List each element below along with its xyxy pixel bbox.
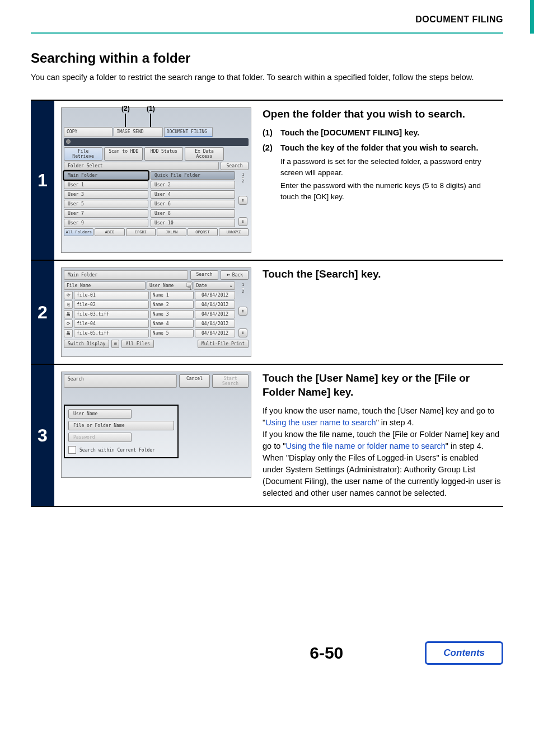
- switch-display-button[interactable]: Switch Display: [64, 340, 109, 348]
- intro-paragraph: You can specify a folder to restrict the…: [31, 72, 503, 83]
- step-1-text: Open the folder that you wish to search.…: [263, 107, 503, 253]
- folder-user-1[interactable]: User 1: [64, 181, 148, 189]
- step-3-title: Touch the [User Name] key or the [File o…: [263, 372, 501, 399]
- file-date-cell: 04/04/2012: [195, 320, 235, 328]
- scroll-down-button[interactable]: ⬇: [238, 217, 247, 226]
- file-user-cell: Name 4: [150, 320, 194, 328]
- filter-abcd[interactable]: ABCD: [95, 228, 124, 236]
- col-date[interactable]: Date▴: [194, 281, 235, 290]
- file-date-cell: 04/04/2012: [195, 310, 235, 318]
- folder-user-6[interactable]: User 6: [151, 200, 235, 208]
- folder-user-10[interactable]: User 10: [151, 219, 235, 227]
- tab-document-filing[interactable]: DOCUMENT FILING: [164, 127, 213, 137]
- file-name-cell: file-05.tiff: [74, 329, 149, 337]
- step-3-screenshot: Search Cancel Start Search User Name Fil…: [61, 372, 251, 478]
- file-row[interactable]: 🖶file-03.tiffName 304/04/2012: [64, 310, 235, 318]
- scroll-up-button-2[interactable]: ⬆: [238, 307, 247, 316]
- folder-user-8[interactable]: User 8: [151, 209, 235, 218]
- start-search-button[interactable]: Start Search: [212, 374, 249, 388]
- folder-user-9[interactable]: User 9: [64, 219, 148, 227]
- page-indicator: 12: [242, 172, 244, 184]
- file-name-cell: file-04: [74, 320, 149, 328]
- step-3: 3 Search Cancel Start Search User Name F…: [31, 364, 503, 507]
- page-indicator-2: 12: [242, 283, 244, 294]
- back-button[interactable]: 🠨Back: [221, 270, 249, 280]
- cancel-button[interactable]: Cancel: [179, 374, 210, 388]
- col-file-name[interactable]: File Name: [64, 281, 146, 290]
- file-retrieve-button[interactable]: File Retrieve: [64, 147, 102, 161]
- header-title: DOCUMENT FILING: [31, 15, 503, 25]
- step-3-para-2: If you know the file name, touch the [Fi…: [263, 429, 501, 452]
- file-type-icon: 🖶: [64, 310, 73, 318]
- file-row[interactable]: 🖶file-05.tiffName 504/04/2012: [64, 329, 235, 337]
- password-button[interactable]: Password: [68, 433, 132, 442]
- file-type-icon: ⟳: [64, 320, 73, 328]
- search-current-folder-checkbox[interactable]: [68, 446, 76, 454]
- multi-file-print-button[interactable]: Multi-File Print: [198, 340, 249, 348]
- main-folder-title: Main Folder: [64, 270, 188, 280]
- search-button[interactable]: Search: [221, 162, 249, 170]
- user-name-button[interactable]: User Name: [68, 409, 132, 419]
- status-bar: [64, 138, 249, 146]
- page-header: DOCUMENT FILING: [0, 0, 534, 29]
- callout-2: (2): [121, 105, 130, 112]
- folder-user-4[interactable]: User 4: [151, 190, 235, 199]
- step-3-para-1: If you know the user name, touch the [Us…: [263, 405, 501, 429]
- file-type-icon: ⟳: [64, 291, 73, 299]
- page-number: 6-50: [228, 644, 425, 663]
- file-date-cell: 04/04/2012: [195, 300, 235, 309]
- link-file-name-search[interactable]: Using the file name or folder name to se…: [285, 442, 445, 450]
- callout-1-line: [150, 114, 151, 127]
- step-3-number: 3: [31, 365, 54, 506]
- folder-user-2[interactable]: User 2: [151, 181, 235, 189]
- file-row[interactable]: ⎘file-02Name 204/04/2012: [64, 300, 235, 309]
- grid-view-icon[interactable]: ⊞: [111, 340, 119, 348]
- tab-image-send[interactable]: IMAGE SEND: [114, 127, 162, 137]
- file-date-cell: 04/04/2012: [195, 329, 235, 337]
- file-row[interactable]: ⟳file-01Name 104/04/2012: [64, 291, 235, 299]
- step-2: 2 Main Folder Search 🠨Back ☟ File Name U…: [31, 260, 503, 364]
- file-user-cell: Name 2: [150, 300, 194, 309]
- folder-user-3[interactable]: User 3: [64, 190, 148, 199]
- sort-up-icon: ▴: [229, 283, 232, 288]
- search-button-step2[interactable]: Search: [190, 270, 218, 280]
- search-title: Search: [64, 374, 177, 388]
- file-row[interactable]: ⟳file-04Name 404/04/2012: [64, 320, 235, 328]
- step-1-sub-1-text: Touch the [DOCUMENT FILING] key.: [280, 127, 501, 139]
- filter-uvwxyz[interactable]: UVWXYZ: [219, 228, 249, 236]
- folder-user-7[interactable]: User 7: [64, 209, 148, 218]
- search-form: User Name File or Folder Name Password S…: [64, 405, 179, 458]
- folder-select-label: Folder Select: [64, 162, 219, 170]
- all-files-button[interactable]: All Files: [121, 340, 153, 348]
- step-1-sub-1-num: (1): [263, 127, 277, 139]
- filter-opqrst[interactable]: OPQRST: [188, 228, 217, 236]
- search-current-folder-label: Search within Current Folder: [79, 448, 155, 453]
- file-date-cell: 04/04/2012: [195, 291, 235, 299]
- filter-jklmn[interactable]: JKLMN: [157, 228, 186, 236]
- scan-to-hdd-button[interactable]: Scan to HDD: [104, 147, 143, 161]
- step-1-detail-2: Enter the password with the numeric keys…: [280, 180, 501, 202]
- ex-data-access-button[interactable]: Ex Data Access: [185, 147, 223, 161]
- file-user-cell: Name 3: [150, 310, 194, 318]
- filter-all-folders[interactable]: All Folders: [64, 228, 93, 236]
- tab-copy[interactable]: COPY: [64, 127, 113, 137]
- file-or-folder-name-button[interactable]: File or Folder Name: [68, 421, 174, 430]
- step-1-sub-2-num: (2): [263, 142, 277, 202]
- file-type-icon: 🖶: [64, 329, 73, 337]
- filter-efghi[interactable]: EFGHI: [126, 228, 156, 236]
- step-2-title: Touch the [Search] key.: [263, 267, 501, 281]
- link-user-name-search[interactable]: Using the user name to search: [265, 418, 376, 427]
- file-name-cell: file-01: [74, 291, 149, 299]
- contents-button[interactable]: Contents: [425, 641, 503, 665]
- scroll-down-button-2[interactable]: ⬇: [238, 328, 247, 337]
- scroll-up-button[interactable]: ⬆: [238, 196, 247, 205]
- hdd-status-button[interactable]: HDD Status: [144, 147, 183, 161]
- main-folder-button[interactable]: Main Folder: [64, 171, 148, 180]
- file-user-cell: Name 1: [150, 291, 194, 299]
- step-2-screenshot: Main Folder Search 🠨Back ☟ File Name Use…: [61, 267, 251, 357]
- file-name-cell: file-03.tiff: [74, 310, 149, 318]
- step-1-detail-1: If a password is set for the selected fo…: [280, 156, 501, 178]
- folder-user-5[interactable]: User 5: [64, 200, 148, 208]
- quick-file-folder-button[interactable]: Quick File Folder: [151, 171, 235, 180]
- file-name-cell: file-02: [74, 300, 149, 309]
